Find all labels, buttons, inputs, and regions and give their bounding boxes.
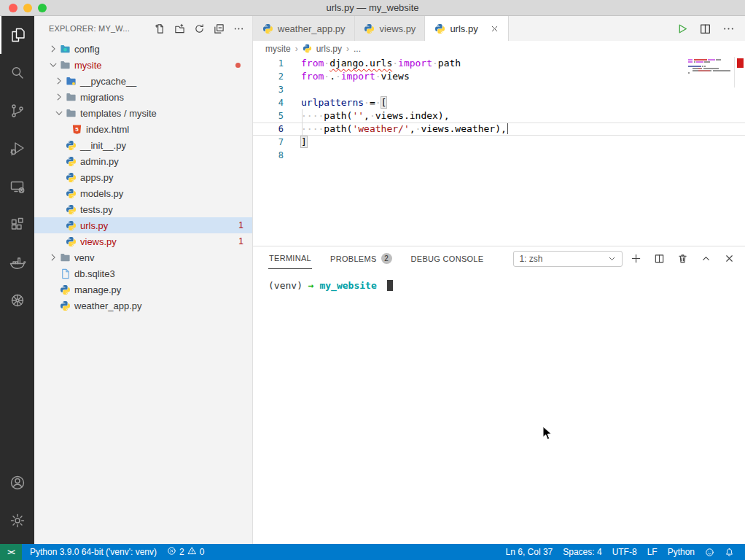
tree-item-weather-app-py[interactable]: weather_app.py xyxy=(34,298,252,314)
editor-group: weather_app.py views.py urls.py mysite ›… xyxy=(253,16,745,544)
docker-icon[interactable] xyxy=(0,244,34,281)
chevron-right-icon[interactable] xyxy=(47,43,59,55)
cursor-position-status[interactable]: Ln 6, Col 37 xyxy=(501,544,558,560)
folder-gray-icon xyxy=(59,59,71,71)
chevron-right-icon[interactable] xyxy=(53,91,65,103)
explorer-header: EXPLORER: MY_W... xyxy=(34,16,252,41)
split-editor-icon[interactable] xyxy=(699,23,711,35)
tab-debug-console[interactable]: DEBUG CONSOLE xyxy=(410,249,485,269)
terminal-output[interactable]: (venv) → my_website xyxy=(253,271,745,544)
maximize-panel-icon[interactable] xyxy=(701,253,711,264)
tree-item-label: venv xyxy=(74,252,94,263)
code-line-4[interactable]: 4urlpatterns·=·[ xyxy=(253,96,745,109)
new-terminal-icon[interactable] xyxy=(631,253,641,264)
tree-item-migrations[interactable]: migrations xyxy=(34,89,252,105)
tree-item-models-py[interactable]: models.py xyxy=(34,185,252,201)
search-icon[interactable] xyxy=(0,54,34,92)
editor-tab-bar: weather_app.py views.py urls.py xyxy=(253,16,745,41)
run-python-file-icon[interactable] xyxy=(676,23,688,35)
kill-terminal-icon[interactable] xyxy=(677,253,688,264)
kubernetes-icon[interactable] xyxy=(0,281,34,319)
settings-icon[interactable] xyxy=(0,502,34,540)
tree-item-views-py[interactable]: views.py1 xyxy=(34,233,252,249)
eol-status[interactable]: LF xyxy=(642,544,663,560)
refresh-icon[interactable] xyxy=(192,22,206,35)
tree-item-label: apps.py xyxy=(80,172,114,183)
minimap[interactable] xyxy=(688,59,733,77)
extensions-icon[interactable] xyxy=(0,206,34,244)
language-mode-status[interactable]: Python xyxy=(663,544,700,560)
tree-item-admin-py[interactable]: admin.py xyxy=(34,153,252,169)
python-icon xyxy=(65,171,77,183)
tree-item-venv[interactable]: venv xyxy=(34,249,252,265)
python-interpreter-status[interactable]: Python 3.9.0 64-bit ('venv': venv) xyxy=(25,544,162,560)
problem-count-badge: 1 xyxy=(238,220,243,230)
tree-item-config[interactable]: config xyxy=(34,41,252,57)
tree-item-label: views.py xyxy=(80,236,117,247)
file-tree: configmysite__pycache__migrationstemplat… xyxy=(34,41,252,544)
problems-status[interactable]: 2 0 xyxy=(162,544,209,560)
code-line-5[interactable]: 5····path('',·views.index), xyxy=(253,109,745,122)
encoding-status[interactable]: UTF-8 xyxy=(607,544,642,560)
tree-item-db-sqlite3[interactable]: db.sqlite3 xyxy=(34,265,252,281)
tab-urls-py[interactable]: urls.py xyxy=(425,16,508,41)
indent-guide xyxy=(302,109,303,136)
code-line-2[interactable]: 2from·.·import·views xyxy=(253,70,745,83)
explorer-icon[interactable] xyxy=(0,16,34,54)
tab-problems[interactable]: PROBLEMS 2 xyxy=(329,247,393,270)
tree-item-mysite[interactable]: mysite xyxy=(34,57,252,73)
line-content: ····path('',·views.index), xyxy=(284,109,450,122)
chevron-right-icon[interactable] xyxy=(53,75,65,87)
problem-count-badge: 1 xyxy=(238,236,243,246)
collapse-folders-icon[interactable] xyxy=(212,22,225,35)
tree-item--pycache-[interactable]: __pycache__ xyxy=(34,73,252,89)
remote-indicator[interactable]: >< xyxy=(0,544,22,560)
indentation-status[interactable]: Spaces: 4 xyxy=(558,544,606,560)
tab-terminal[interactable]: TERMINAL xyxy=(268,248,312,269)
accounts-icon[interactable] xyxy=(0,464,34,502)
code-editor[interactable]: 1from·django.urls·import·path2from·.·imp… xyxy=(253,57,745,246)
new-file-icon[interactable] xyxy=(153,22,166,35)
code-line-3[interactable]: 3 xyxy=(253,83,745,96)
error-count: 2 xyxy=(179,547,184,557)
tree-item-label: urls.py xyxy=(80,220,108,231)
code-line-8[interactable]: 8 xyxy=(253,149,745,162)
overview-ruler[interactable] xyxy=(735,57,745,246)
more-icon[interactable] xyxy=(232,22,245,35)
code-line-7[interactable]: 7] xyxy=(253,136,745,149)
source-control-icon[interactable] xyxy=(0,92,34,130)
split-terminal-icon[interactable] xyxy=(654,253,665,264)
chevron-down-icon[interactable] xyxy=(47,59,59,71)
tab-weather-app-py[interactable]: weather_app.py xyxy=(253,16,355,41)
twisty-placeholder xyxy=(53,203,65,215)
close-panel-icon[interactable] xyxy=(724,253,735,264)
breadcrumb-symbol[interactable]: ... xyxy=(354,44,361,54)
feedback-smiley-icon[interactable] xyxy=(700,544,719,560)
code-line-6[interactable]: 6····path('weather/',·views.weather), xyxy=(253,122,745,136)
line-content: ····path('weather/',·views.weather), xyxy=(284,122,508,136)
breadcrumb-urls-py[interactable]: urls.py xyxy=(316,44,342,54)
run-and-debug-icon[interactable] xyxy=(0,130,34,168)
folder-config-icon xyxy=(59,43,71,55)
breadcrumb-mysite[interactable]: mysite xyxy=(265,44,291,54)
remote-explorer-icon[interactable] xyxy=(0,168,34,206)
tree-item--init-py[interactable]: __init__.py xyxy=(34,137,252,153)
tab-views-py[interactable]: views.py xyxy=(355,16,426,41)
code-line-1[interactable]: 1from·django.urls·import·path xyxy=(253,57,745,70)
svg-text:5: 5 xyxy=(75,126,79,133)
tree-item-index-html[interactable]: 5index.html xyxy=(34,121,252,137)
tree-item-apps-py[interactable]: apps.py xyxy=(34,169,252,185)
tab-label: views.py xyxy=(380,23,416,34)
terminal-shell-select[interactable]: 1: zsh xyxy=(513,251,623,267)
tree-item-urls-py[interactable]: urls.py1 xyxy=(34,217,252,233)
tree-item-manage-py[interactable]: manage.py xyxy=(34,281,252,298)
chevron-down-icon[interactable] xyxy=(53,107,65,119)
chevron-right-icon[interactable] xyxy=(47,252,59,263)
new-folder-icon[interactable] xyxy=(173,22,186,35)
notifications-bell-icon[interactable] xyxy=(719,544,739,560)
more-actions-icon[interactable] xyxy=(722,23,735,35)
close-tab-icon[interactable] xyxy=(490,24,499,34)
tree-item-templates-mysite[interactable]: templates / mysite xyxy=(34,105,252,121)
tree-item-tests-py[interactable]: tests.py xyxy=(34,201,252,217)
shell-select-value: 1: zsh xyxy=(519,254,542,264)
